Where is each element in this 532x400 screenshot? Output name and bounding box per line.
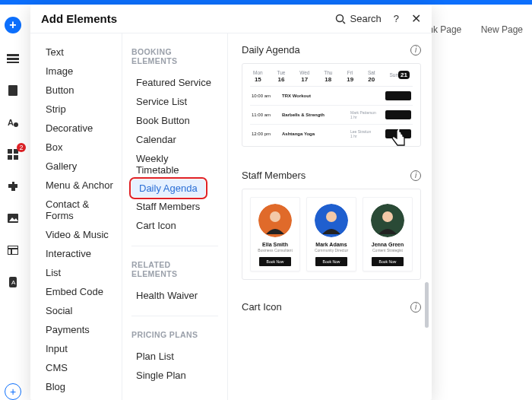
group-header: PRICING PLANS [131,330,218,339]
category-item[interactable]: Embed Code [41,282,122,301]
close-button[interactable]: ✕ [411,11,421,26]
group-header: RELATED ELEMENTS [131,260,218,278]
category-item[interactable]: Contact & Forms [41,195,122,225]
category-item[interactable]: Text [41,43,122,62]
svg-rect-2 [7,62,19,63]
category-item[interactable]: Menu & Anchor [41,176,122,195]
category-item[interactable]: Video & Music [41,225,122,244]
agenda-day[interactable]: Thu18 [324,70,332,83]
category-item[interactable]: Input [41,339,122,358]
addons-icon[interactable] [6,179,20,193]
element-item[interactable]: Staff Members [131,197,218,216]
preview-scrollbar[interactable] [425,282,429,328]
svg-point-24 [382,211,393,222]
staff-role: Community Director [315,248,348,252]
pages-icon[interactable] [6,52,20,65]
agenda-row: 11:00 amBarbells & StrengthMark Patterso… [250,106,413,125]
element-item[interactable]: Single Plan [131,366,218,385]
staff-members-preview[interactable]: Ella SmithBusiness ConsultantBook NowMar… [242,189,421,280]
avatar [258,204,292,237]
category-item[interactable]: Blog [41,377,122,396]
svg-point-5 [14,122,18,127]
staff-members-section: Staff Members i Ella SmithBusiness Consu… [242,170,421,280]
daily-agenda-preview[interactable]: Mon15Tue16Wed17Thu18Fri19Sat20Sun21 10:0… [242,63,421,147]
layout-icon[interactable] [6,243,20,257]
staff-card[interactable]: Ella SmithBusiness ConsultantBook Now [250,197,300,271]
panel-title: Add Elements [41,12,117,25]
section-title: Daily Agenda [242,44,300,56]
category-item[interactable]: Gallery [41,157,122,176]
category-item[interactable]: CMS [41,358,122,377]
preview-column: Daily Agenda i Mon15Tue16Wed17Thu18Fri19… [228,33,432,400]
group-header: BOOKING ELEMENTS [131,47,218,65]
search-button[interactable]: Search [335,13,382,24]
book-now-button[interactable]: Book Now [259,257,292,266]
element-item[interactable]: Calendar [131,130,218,149]
cms-icon[interactable]: A [6,275,20,289]
info-icon[interactable]: i [410,302,421,313]
element-item[interactable]: Plan List [131,347,218,366]
svg-rect-9 [14,155,18,160]
staff-role: Business Consultant [258,248,293,252]
svg-line-18 [343,21,345,24]
page-icon[interactable] [6,84,20,97]
staff-card[interactable]: Jenna GreenContent StrategistBook Now [363,197,413,271]
agenda-day[interactable]: Wed17 [299,70,309,83]
svg-rect-8 [8,155,12,160]
element-item[interactable]: Service List [131,92,218,111]
pointer-hand-icon [390,129,408,149]
svg-point-20 [270,211,280,222]
element-item[interactable]: Health Waiver [131,286,218,305]
agenda-day[interactable]: Mon15 [253,70,263,83]
agenda-day[interactable]: Fri19 [347,70,353,83]
element-item[interactable]: Weekly Timetable [131,149,218,179]
apps-icon[interactable]: 2 [6,148,20,161]
category-item[interactable]: Interactive [41,244,122,263]
info-icon[interactable]: i [410,45,421,56]
add-element-button[interactable]: + [5,17,21,33]
svg-text:A: A [11,279,16,286]
staff-name: Jenna Green [372,242,404,247]
agenda-row: 12:00 pmAshtanga YogaLee Stratton1 hr [250,125,413,143]
category-item[interactable]: Store [41,396,122,400]
category-item[interactable]: List [41,263,122,282]
avatar [315,204,348,237]
design-icon[interactable]: A [6,116,20,129]
element-item[interactable]: Featured Service [131,73,218,92]
agenda-day[interactable]: Tue16 [277,70,285,83]
category-item[interactable]: Decorative [41,119,122,138]
svg-rect-12 [8,246,18,255]
help-button[interactable]: ? [394,13,399,24]
agenda-day[interactable]: Sun21 [389,70,409,83]
apps-badge: 2 [17,143,26,152]
svg-rect-6 [8,149,12,154]
category-item[interactable]: Image [41,62,122,81]
section-title: Cart Icon [242,301,282,313]
left-icon-rail: + A 2 A [0,5,26,400]
book-button[interactable] [385,110,411,119]
category-item[interactable]: Payments [41,320,122,339]
element-list-column: BOOKING ELEMENTSFeatured ServiceService … [122,33,228,400]
category-item[interactable]: Strip [41,100,122,119]
bottom-add-icon[interactable]: + [5,383,21,400]
book-now-button[interactable]: Book Now [315,257,348,266]
book-now-button[interactable]: Book Now [372,257,404,266]
media-icon[interactable] [6,211,20,225]
category-item[interactable]: Button [41,81,122,100]
agenda-day[interactable]: Sat20 [368,70,375,83]
staff-card[interactable]: Mark AdamsCommunity DirectorBook Now [306,197,356,271]
svg-point-17 [336,14,343,21]
agenda-row: 10:00 amTRX Workout [250,87,413,106]
element-item[interactable]: Book Button [131,111,218,130]
add-elements-panel: Add Elements Search ? ✕ TextImageButtonS… [30,5,432,400]
category-item[interactable]: Social [41,301,122,320]
element-item[interactable]: Cart Icon [131,216,218,235]
svg-point-22 [326,211,337,222]
svg-rect-0 [7,54,19,56]
category-item[interactable]: Box [41,138,122,157]
svg-rect-3 [8,85,17,96]
book-button[interactable] [385,91,411,100]
info-icon[interactable]: i [410,170,421,181]
element-item[interactable]: Daily Agenda [131,179,205,197]
avatar [371,204,404,237]
